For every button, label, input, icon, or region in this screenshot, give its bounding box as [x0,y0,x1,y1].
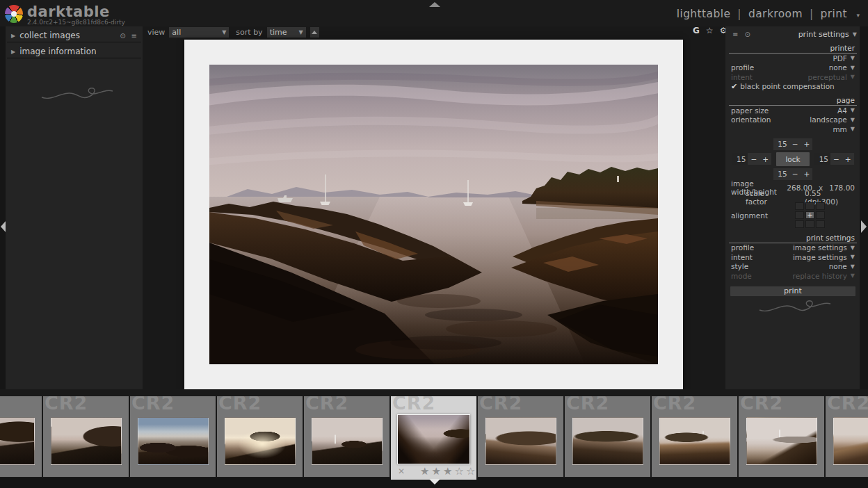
increment-icon: + [801,140,813,148]
thumbnail-image[interactable] [833,417,868,465]
thumbnail-image[interactable] [572,417,643,465]
settings-intent-row: intent image settings▼ [729,252,857,262]
view-filter-dropdown[interactable]: all ▼ [169,27,229,38]
branding: darktable 2.4.0rc2+15~g8c81fd8c6-dirty [5,5,125,26]
align-bottom-right-button[interactable] [816,220,825,228]
settings-mode-row: mode replace history▼ [729,271,857,281]
printer-intent-row: intent perceptual▼ [729,72,857,82]
chevron-down-icon: ▼ [851,254,855,260]
thumbnail-image[interactable] [312,417,383,465]
reset-icon[interactable]: ⊙ [120,32,125,40]
filmstrip-thumbnail[interactable]: CR2 [130,396,216,477]
decrement-icon: − [789,140,801,148]
filmstrip-thumbnail[interactable]: CR2 [565,396,650,477]
collect-images-module-header[interactable]: ▶ collect images ⊙ ≡ [7,29,141,42]
margin-left-spinner[interactable]: 15 − + [732,153,771,165]
view-print[interactable]: print [821,8,847,20]
view-lighttable[interactable]: lighttable [677,8,731,20]
filmstrip-thumbnail[interactable]: CR2 [217,396,303,477]
star-icon[interactable]: ☆ [454,465,465,478]
file-extension-label: CR2 [479,396,522,414]
unit-dropdown[interactable]: mm▼ [833,125,855,133]
thumbnail-image[interactable] [397,414,470,464]
sort-ascending-button[interactable] [310,27,319,38]
decrement-icon: − [789,170,801,178]
grouping-icon[interactable]: G [693,26,700,35]
filmstrip-thumbnail[interactable]: CR2 [0,396,42,477]
filmstrip-thumbnail[interactable]: CR2✕★★★☆☆ [391,396,476,480]
print-settings-module-header[interactable]: print settings ▼ [798,30,857,39]
file-extension-label: CR2 [392,396,435,414]
settings-profile-dropdown[interactable]: image settings▼ [793,243,855,252]
reject-icon[interactable]: ✕ [398,466,405,476]
filmstrip-thumbnail[interactable]: CR2 [478,396,563,477]
margin-bottom-spinner[interactable]: 15 − + [773,168,813,180]
panel-presets-icon[interactable]: ≡ [732,31,738,38]
overlays-star-icon[interactable]: ☆ [706,26,714,35]
collapse-filmstrip-icon[interactable] [429,479,440,485]
thumbnail-image[interactable] [225,417,296,465]
thumbnail-image[interactable] [138,417,209,465]
margin-top-spinner[interactable]: 15 − + [773,138,813,150]
print-preview-paper [184,40,683,389]
collapse-top-panel-icon[interactable] [429,2,440,7]
settings-style-dropdown[interactable]: none▼ [829,262,855,270]
left-edge-column [0,26,6,389]
file-extension-label: CR2 [305,396,348,414]
star-icon[interactable]: ★ [432,465,443,478]
star-icon[interactable]: ★ [420,465,431,478]
black-point-compensation-checkbox[interactable]: ✔ black point compensation [729,82,857,92]
seascape-photo [209,65,658,364]
rating-row: ✕★★★☆☆ [391,465,476,478]
align-middle-right-button[interactable] [816,211,825,219]
sort-label: sort by [236,28,262,37]
presets-icon[interactable]: ≡ [131,32,137,40]
align-top-center-button[interactable] [805,202,814,210]
expander-arrow-icon: ▶ [11,49,15,55]
image-information-module-header[interactable]: ▶ image information [7,45,141,58]
filmstrip-thumbnail[interactable]: CR2 [826,396,868,477]
file-extension-label: CR2 [653,396,696,414]
align-center-button[interactable]: + [805,211,814,219]
printer-intent-dropdown: perceptual▼ [808,73,855,81]
sort-dropdown[interactable]: time ▼ [267,27,306,38]
app-version: 2.4.0rc2+15~g8c81fd8c6-dirty [27,19,125,26]
panel-reset-icon[interactable]: ⊙ [744,31,750,38]
align-bottom-left-button[interactable] [795,220,804,228]
filmstrip: CR2CR2CR2CR2CR2CR2✕★★★☆☆CR2CR2CR2CR2CR2 [0,389,868,478]
print-preview-photo [209,65,658,364]
align-top-left-button[interactable] [795,202,804,210]
chevron-down-icon: ▼ [851,273,855,279]
margin-right-spinner[interactable]: 15 − + [814,153,854,165]
align-middle-left-button[interactable] [795,211,804,219]
lock-margins-button[interactable]: lock [776,152,810,166]
star-icon[interactable]: ★ [443,465,454,478]
filmstrip-thumbnail[interactable]: CR2 [304,396,389,477]
chevron-down-icon: ▼ [851,74,855,80]
thumbnail-image[interactable] [746,417,817,465]
settings-intent-dropdown[interactable]: image settings▼ [793,253,855,261]
thumbnail-image[interactable] [51,417,122,465]
settings-style-row: style none▼ [729,262,857,272]
orientation-dropdown[interactable]: landscape▼ [810,115,855,124]
thumbnail-image[interactable] [485,417,556,465]
thumbnail-image[interactable] [0,417,35,465]
chevron-down-icon: ▼ [851,117,855,123]
filmstrip-thumbnail[interactable]: CR2 [652,396,737,477]
views-menu-caret-icon[interactable]: ▾ [856,12,860,19]
align-bottom-center-button[interactable] [805,220,814,228]
filmstrip-thumbnail[interactable]: CR2 [43,396,129,477]
align-top-right-button[interactable] [816,202,825,210]
expand-right-panel-icon[interactable] [861,220,867,233]
right-panel: ≡ ⊙ print settings ▼ printer PDF▼ profil… [725,26,860,389]
paper-size-dropdown[interactable]: A4▼ [837,106,855,115]
left-panel: ▶ collect images ⊙ ≡ ▶ image information [6,26,143,389]
printer-type-dropdown[interactable]: PDF▼ [833,54,855,63]
star-icon[interactable]: ☆ [466,465,476,478]
printer-profile-dropdown[interactable]: none▼ [829,63,855,72]
filter-toolbar: view all ▼ sort by time ▼ [147,26,319,38]
filmstrip-thumbnail[interactable]: CR2 [739,396,824,477]
increment-icon: + [842,155,854,163]
thumbnail-image[interactable] [659,417,730,465]
view-darkroom[interactable]: darkroom [748,8,803,20]
